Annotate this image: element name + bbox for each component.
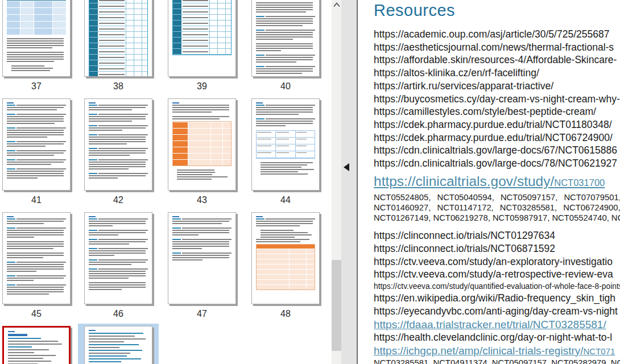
thumbnail-page-preview[interactable] [251, 98, 320, 191]
page-thumbnail-37[interactable]: 37 [2, 0, 71, 98]
link-suffix: NCT071 [584, 346, 615, 356]
page-thumbnail-44[interactable]: 44 [251, 98, 320, 212]
page-thumbnail[interactable] [84, 326, 152, 364]
resource-hyperlink[interactable]: https://fdaaa.trialstracker.net/trial/NC… [374, 318, 620, 332]
collapse-panel-button[interactable] [344, 163, 352, 172]
resource-url-text: https://buycosmetics.cy/day-cream-vs-nig… [374, 93, 620, 106]
thumbnail-page-preview[interactable] [168, 0, 236, 77]
resource-url-text: https://cdek.pharmacy.purdue.edu/trial/N… [374, 131, 620, 144]
thumbnail-page-number: 40 [251, 81, 320, 92]
page-thumbnail-40[interactable]: 40 [251, 0, 320, 98]
thumbnail-page-number: 47 [168, 309, 236, 319]
page-thumbnail-45[interactable]: 45 [2, 212, 71, 326]
resource-url-text: https://academic.oup.com/asj/article/30/… [374, 28, 620, 41]
thumbnail-page-preview[interactable] [251, 212, 320, 304]
thumbnail-page-preview[interactable] [2, 326, 71, 364]
resource-url-text: https://artirk.ru/services/apparat-triac… [374, 80, 620, 93]
resource-url-text: https://cdn.clinicaltrials.gov/large-doc… [374, 144, 620, 157]
resource-url-text: https://health.clevelandclinic.org/day-o… [374, 331, 620, 344]
thumbnail-scrollbar[interactable] [332, 0, 341, 364]
resource-url-text: https://camillestyles.com/style/best-pep… [374, 105, 620, 118]
resource-url-text: https://clinconnect.io/trials/NCT0129763… [374, 229, 620, 242]
resource-url-text: https://clinconnect.io/trials/NCT0687159… [374, 242, 620, 255]
resource-url-text: https://ctv.veeva.com/study/quantified-e… [374, 281, 620, 292]
thumbnail-page-preview[interactable] [168, 212, 236, 304]
resource-url-text: https://cdn.clinicaltrials.gov/large-doc… [374, 157, 620, 170]
page-thumbnail-46[interactable]: 46 [84, 212, 152, 326]
resource-url-text: https://ctv.veeva.com/study/an-explorato… [374, 255, 620, 268]
page-thumbnail-43[interactable]: 43 [168, 98, 236, 212]
page-title: Resources [374, 1, 620, 20]
thumbnail-page-number: 39 [168, 81, 236, 92]
thumbnail-page-number: 38 [84, 81, 152, 92]
page-thumbnail[interactable] [2, 326, 71, 364]
page-thumbnail-39[interactable]: 39 [168, 0, 236, 98]
nct-id-list: NCT03285581, NCT04911374, NCT05097157, N… [374, 358, 620, 364]
page-thumbnail-41[interactable]: 41 [2, 98, 71, 212]
document-view: Resources https://academic.oup.com/asj/a… [358, 0, 620, 364]
thumbnail-page-preview[interactable] [2, 0, 71, 77]
thumbnail-page-preview[interactable] [84, 326, 152, 364]
nct-id-list: NCT01460927, NCT01147172, NCT03285581, N… [374, 202, 620, 213]
thumbnail-page-number: 37 [2, 81, 71, 92]
resource-hyperlink[interactable]: https://ichgcp.net/amp/clinical-trials-r… [374, 344, 620, 358]
page-thumbnail-47[interactable]: 47 [168, 212, 236, 326]
thumbnail-page-preview[interactable] [84, 0, 152, 77]
thumbnail-page-number: 44 [251, 195, 320, 205]
thumbnail-page-preview[interactable] [84, 212, 152, 304]
scroll-up-button[interactable] [332, 0, 341, 10]
page-thumbnail-42[interactable]: 42 [84, 98, 152, 212]
nct-id-list: NCT05524805, NCT05040594, NCT05097157, N… [374, 192, 620, 202]
scrollbar-thumb[interactable] [332, 260, 341, 351]
page-thumbnail-48[interactable]: 48 [251, 212, 320, 326]
thumbnail-page-preview[interactable] [84, 98, 152, 191]
resource-url-text: https://ctv.veeva.com/study/a-retrospect… [374, 268, 620, 281]
thumbnail-page-preview[interactable] [2, 98, 71, 191]
resource-url-text: https://aestheticsjournal.com/news/therm… [374, 41, 620, 54]
thumbnail-page-number: 48 [251, 309, 320, 319]
thumbnail-panel: 373839404142434445464748 [0, 0, 332, 364]
panel-splitter[interactable] [341, 0, 358, 364]
thumbnail-page-number: 46 [84, 309, 152, 319]
nct-id-list: NCT01267149, NCT06219278, NCT05987917, N… [374, 213, 620, 223]
resource-url-text: https://en.wikipedia.org/wiki/Radio-freq… [374, 292, 620, 305]
chevron-up-icon [333, 2, 340, 7]
thumbnail-page-number: 41 [2, 195, 71, 205]
thumbnail-page-number: 45 [2, 309, 71, 319]
thumbnail-page-number: 42 [84, 195, 152, 205]
resource-url-text: https://cdek.pharmacy.purdue.edu/trial/N… [374, 118, 620, 131]
thumbnail-page-preview[interactable] [168, 98, 236, 191]
resource-url-text: https://eyecandyvbc.com/anti-aging/day-c… [374, 305, 620, 318]
link-suffix: NCT031700 [554, 177, 605, 188]
thumbnail-page-preview[interactable] [2, 212, 71, 304]
resource-url-text: https://altos-klinika.cz/en/rf-facelifti… [374, 67, 620, 80]
page-thumbnail-38[interactable]: 38 [84, 0, 152, 98]
resource-link-list: https://academic.oup.com/asj/article/30/… [374, 28, 620, 364]
resource-hyperlink[interactable]: https://clinicaltrials.gov/study/NCT0317… [374, 172, 620, 192]
thumbnail-page-number: 43 [168, 195, 236, 205]
thumbnail-page-preview[interactable] [251, 0, 320, 77]
triangle-left-icon [344, 163, 349, 171]
resource-url-text: https://affordable.skin/resources-4/Affo… [374, 53, 620, 67]
